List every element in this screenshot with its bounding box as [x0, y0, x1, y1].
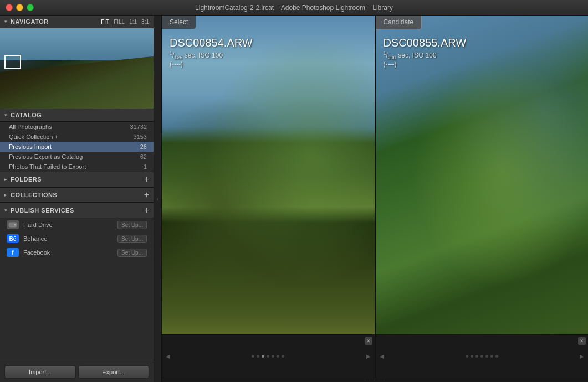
filmstrip-left-close[interactable]: ✕	[365, 337, 372, 345]
catalog-item-previous-import[interactable]: Previous Import 26	[0, 142, 154, 152]
collections-title: Collections	[11, 192, 144, 198]
film-dot	[267, 355, 269, 358]
minimize-button[interactable]	[16, 4, 23, 11]
left-panel-toggle[interactable]: ‹	[154, 16, 162, 382]
hard-drive-icon	[7, 220, 19, 229]
zoom-1to1[interactable]: 1:1	[129, 19, 137, 25]
behance-setup-button[interactable]: Set Up...	[117, 235, 147, 243]
collections-toggle-icon: ▸	[4, 192, 7, 198]
content-area: Select DSC00854.ARW 1/125 sec, ISO 100 (…	[162, 16, 588, 382]
folders-title: Folders	[11, 176, 144, 183]
publish-item-hard-drive[interactable]: Hard Drive Set Up...	[0, 218, 154, 232]
catalog-item-all-photographs[interactable]: All Photographs 31732	[0, 122, 154, 132]
window-controls	[6, 4, 34, 11]
film-dot	[272, 355, 274, 358]
film-dot	[466, 355, 468, 358]
catalog-section: ▾ Catalog All Photographs 31732 Quick Co…	[0, 109, 154, 172]
candidate-filename: DSC00855.ARW	[384, 37, 467, 49]
catalog-title: Catalog	[11, 112, 149, 118]
resize-handle[interactable]: · · · · ·	[162, 378, 588, 382]
select-shutter: 1/125 sec, ISO 100	[170, 50, 253, 60]
publish-item-behance[interactable]: Bē Behance Set Up...	[0, 232, 154, 246]
svg-point-1	[14, 224, 16, 226]
catalog-item-failed-export[interactable]: Photos That Failed to Export 1	[0, 162, 154, 172]
publish-services-section: ▾ Publish Services + Hard Drive Set Up..…	[0, 203, 154, 362]
navigator-section: ▾ Navigator FIT FILL 1:1 3:1	[0, 16, 154, 109]
zoom-fill[interactable]: FILL	[114, 19, 125, 25]
publish-services-title: Publish Services	[11, 207, 144, 214]
filmstrip-right-prev-icon: ◀	[380, 353, 384, 359]
navigator-image	[0, 28, 154, 109]
collections-header[interactable]: ▸ Collections +	[0, 188, 154, 203]
catalog-header[interactable]: ▾ Catalog	[0, 109, 154, 122]
collections-add-button[interactable]: +	[144, 190, 149, 199]
behance-name: Behance	[23, 235, 117, 242]
film-dot	[257, 355, 259, 358]
film-dot	[277, 355, 279, 358]
candidate-photo: DSC00855.ARW 1/200 sec, ISO 100 (----)	[376, 16, 589, 334]
filmstrip: ◀ ▶ ✕ ◀	[162, 334, 588, 378]
navigator-title: Navigator	[11, 18, 101, 25]
facebook-icon: f	[7, 248, 19, 257]
navigator-preview	[0, 28, 154, 109]
navigator-toggle-icon: ▾	[4, 19, 7, 24]
candidate-photo-info: DSC00855.ARW 1/200 sec, ISO 100 (----)	[384, 21, 467, 68]
film-dot	[485, 355, 488, 358]
import-button[interactable]: Import...	[4, 365, 76, 379]
hard-drive-name: Hard Drive	[23, 221, 117, 228]
catalog-item-previous-export[interactable]: Previous Export as Catalog 62	[0, 152, 154, 162]
filmstrip-right-prev[interactable]: ◀	[378, 335, 386, 378]
publish-services-header[interactable]: ▾ Publish Services +	[0, 203, 154, 218]
hard-drive-setup-button[interactable]: Set Up...	[117, 221, 147, 229]
zoom-3to1[interactable]: 3:1	[141, 19, 149, 25]
catalog-toggle-icon: ▾	[4, 112, 7, 118]
candidate-panel: Candidate DSC00855.ARW 1/200 sec, ISO 10…	[376, 16, 589, 334]
zoom-fit[interactable]: FIT	[101, 19, 109, 25]
close-button[interactable]	[6, 4, 13, 11]
select-rating: (----)	[170, 60, 253, 68]
left-toggle-icon: ‹	[157, 196, 158, 202]
filmstrip-left-next-icon: ▶	[366, 353, 371, 359]
filmstrip-right-close[interactable]: ✕	[578, 337, 586, 345]
navigator-header[interactable]: ▾ Navigator FIT FILL 1:1 3:1	[0, 16, 154, 28]
select-photo-info: DSC00854.ARW 1/125 sec, ISO 100 (----)	[170, 21, 253, 68]
filmstrip-left-prev[interactable]: ◀	[164, 335, 172, 378]
film-dot	[480, 355, 483, 358]
filmstrip-right: ◀ ▶ ✕	[376, 335, 589, 378]
select-panel: Select DSC00854.ARW 1/125 sec, ISO 100 (…	[162, 16, 376, 334]
compare-view: Select DSC00854.ARW 1/125 sec, ISO 100 (…	[162, 16, 588, 334]
folders-toggle-icon: ▸	[4, 177, 7, 182]
facebook-setup-button[interactable]: Set Up...	[117, 249, 147, 257]
filmstrip-left-prev-icon: ◀	[166, 353, 170, 359]
film-dot	[490, 355, 493, 358]
film-dot	[282, 355, 284, 358]
filmstrip-right-next-icon: ▶	[580, 353, 584, 359]
publish-toggle-icon: ▾	[4, 208, 7, 213]
behance-icon: Bē	[7, 234, 19, 243]
titlebar: LightroomCatalog-2-2.lrcat – Adobe Photo…	[0, 0, 588, 16]
navigator-highlight-box	[4, 55, 21, 69]
select-filename: DSC00854.ARW	[170, 37, 253, 49]
candidate-rating: (----)	[384, 60, 467, 68]
publish-item-facebook[interactable]: f Facebook Set Up...	[0, 246, 154, 260]
filmstrip-left-dots	[172, 355, 365, 358]
film-dot	[471, 355, 473, 358]
zoom-controls: FIT FILL 1:1 3:1	[101, 19, 149, 25]
main-layout: ▾ Navigator FIT FILL 1:1 3:1 ▾ Catalog	[0, 16, 588, 382]
maximize-button[interactable]	[27, 4, 34, 11]
sidebar-bottom-bar: Import... Export...	[0, 362, 154, 382]
catalog-item-quick-collection[interactable]: Quick Collection + 3153	[0, 132, 154, 142]
film-dot	[262, 355, 264, 358]
publish-add-button[interactable]: +	[144, 206, 149, 215]
folders-add-button[interactable]: +	[144, 175, 149, 184]
filmstrip-right-dots	[386, 355, 579, 358]
folders-section: ▸ Folders +	[0, 172, 154, 188]
sidebar: ▾ Navigator FIT FILL 1:1 3:1 ▾ Catalog	[0, 16, 154, 382]
facebook-name: Facebook	[23, 249, 117, 256]
resize-handle-icon: · · · · ·	[364, 378, 385, 382]
folders-header[interactable]: ▸ Folders +	[0, 172, 154, 187]
film-dot	[495, 355, 498, 358]
select-photo: DSC00854.ARW 1/125 sec, ISO 100 (----)	[162, 16, 375, 334]
export-button[interactable]: Export...	[78, 365, 150, 379]
film-dot	[252, 355, 254, 358]
